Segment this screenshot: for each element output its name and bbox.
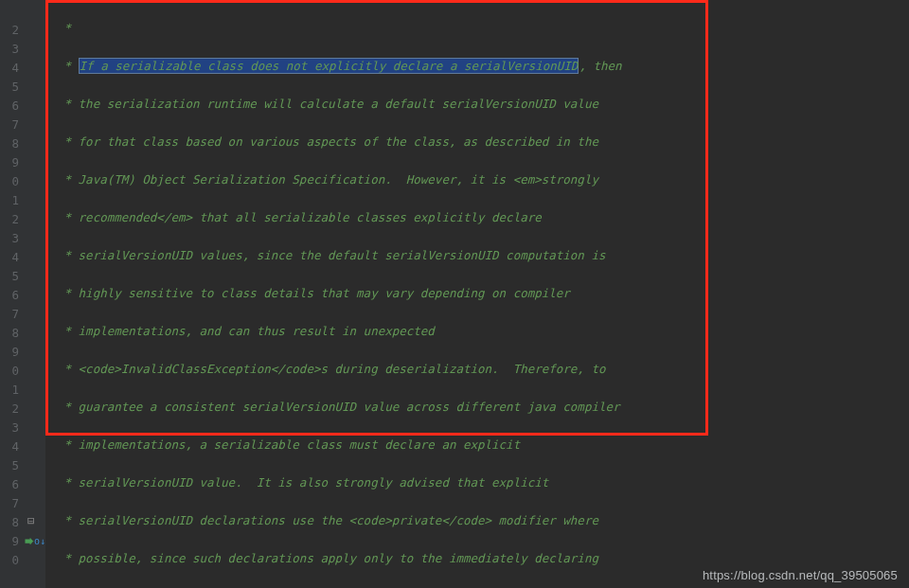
line-number: 8 [0,513,19,532]
doc-text: serialVersionUID value. It is also stron… [79,475,549,490]
line-number: 2 [0,210,19,229]
line-number: 5 [0,267,19,286]
doc-text: the serialization runtime will calculate… [79,97,598,111]
doc-text: serialVersionUID values, since the defau… [79,248,606,262]
doc-star: * [57,210,79,224]
gutter-icons: ⊟ 🡆 o↓ [25,0,45,588]
watermark-text: https://blog.csdn.net/qq_39505065 [703,568,898,582]
doc-star: * [57,475,79,490]
line-number: 5 [0,456,19,475]
doc-text: , then [579,59,621,73]
code-area[interactable]: * * If a serializable class does not exp… [45,0,909,588]
doc-star: * [57,286,79,300]
doc-text: Java(TM) Object Serialization Specificat… [79,172,598,187]
line-number: 4 [0,437,19,456]
doc-star: * [57,437,79,452]
line-number: 9 [0,153,19,172]
doc-text: possible, since such declarations apply … [79,551,598,565]
doc-text: implementations, and can thus result in … [79,324,435,338]
line-number: 5 [0,78,19,97]
doc-star: * [57,59,79,73]
doc-star: * [57,134,79,149]
line-number: 4 [0,248,19,267]
line-number: 8 [0,134,19,153]
doc-star: * [57,400,79,414]
line-number: 3 [0,40,19,59]
line-number: 1 [0,381,19,400]
line-number: 7 [0,116,19,134]
line-number: 2 [0,21,19,40]
editor-root: 2 3 4 5 6 7 8 9 0 1 2 3 4 5 6 7 8 9 0 1 … [0,0,909,588]
line-number: 6 [0,97,19,116]
line-number: 4 [0,59,19,78]
doc-text: recommended</em> that all serializable c… [79,210,542,224]
line-number: 1 [0,191,19,210]
line-number: 0 [0,362,19,381]
doc-line: * [57,21,71,35]
doc-star: * [57,248,79,262]
line-number: 6 [0,475,19,494]
line-number: 3 [0,419,19,437]
doc-star: * [57,172,79,187]
line-number: 0 [0,172,19,191]
doc-text: for that class based on various aspects … [79,134,598,149]
doc-text: guarantee a consistent serialVersionUID … [79,400,620,414]
line-number: 3 [0,229,19,248]
run-gutter-icon[interactable]: 🡆 [25,532,34,551]
fold-toggle-icon[interactable]: ⊟ [27,511,35,530]
doc-text: serialVersionUID declarations use the <c… [79,513,598,527]
line-number: 9 [0,532,19,551]
selected-text[interactable]: If a serializable class does not explici… [79,58,579,74]
doc-text: <code>InvalidClassException</code>s duri… [79,362,606,376]
line-number-gutter: 2 3 4 5 6 7 8 9 0 1 2 3 4 5 6 7 8 9 0 1 … [0,0,25,588]
line-number: 0 [0,551,19,570]
line-number [0,2,19,21]
line-number: 8 [0,324,19,343]
override-gutter-icon[interactable]: o↓ [34,532,45,551]
doc-star: * [57,362,79,376]
line-number: 7 [0,305,19,324]
line-number: 6 [0,286,19,305]
line-number: 7 [0,494,19,513]
doc-text: highly sensitive to class details that m… [79,286,570,300]
line-number [0,570,19,588]
doc-star: * [57,513,79,527]
line-number: 2 [0,400,19,419]
doc-star: * [57,97,79,111]
doc-star: * [57,551,79,565]
doc-text: implementations, a serializable class mu… [79,437,521,452]
line-number: 9 [0,343,19,362]
doc-star: * [57,324,79,338]
